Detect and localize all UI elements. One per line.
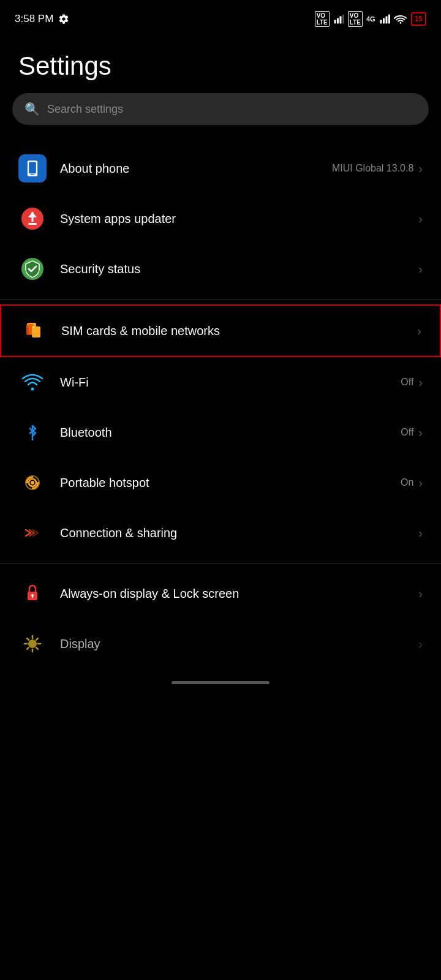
status-left: 3:58 PM — [15, 13, 69, 25]
system-apps-chevron: › — [418, 212, 423, 226]
svg-rect-6 — [385, 17, 387, 24]
settings-item-sim-cards[interactable]: SIM cards & mobile networks › — [0, 304, 441, 357]
divider-1 — [0, 299, 441, 300]
hotspot-item-icon — [18, 469, 47, 497]
divider-2 — [0, 563, 441, 564]
svg-rect-1 — [337, 18, 339, 24]
bluetooth-status: Off — [401, 427, 413, 438]
svg-rect-7 — [388, 15, 390, 24]
bluetooth-right: Off › — [401, 426, 423, 440]
connection-chevron: › — [418, 526, 423, 540]
svg-rect-2 — [339, 17, 341, 24]
hotspot-status: On — [401, 477, 413, 488]
signal1-icon — [333, 14, 344, 24]
sim-cards-icon — [20, 317, 48, 345]
svg-point-27 — [31, 481, 34, 484]
wifi-chevron: › — [418, 375, 423, 390]
always-on-content: Always-on display & Lock screen — [60, 586, 416, 601]
volte-indicator: VOLTE — [315, 11, 330, 27]
display-right: › — [416, 637, 423, 651]
svg-rect-5 — [383, 18, 385, 24]
settings-item-bluetooth[interactable]: Bluetooth Off › — [0, 407, 441, 458]
svg-rect-21 — [32, 326, 40, 337]
connection-content: Connection & sharing — [60, 526, 416, 540]
search-bar[interactable]: 🔍 Search settings — [12, 93, 429, 125]
bluetooth-chevron: › — [418, 426, 423, 440]
about-phone-version: MIUI Global 13.0.8 — [332, 163, 413, 174]
settings-item-system-apps[interactable]: System apps updater › — [0, 194, 441, 244]
4g-indicator: 4G — [366, 15, 375, 23]
page-title: Settings — [0, 33, 441, 93]
settings-item-about-phone[interactable]: About phone MIUI Global 13.0.8 › — [0, 143, 441, 194]
display-chevron: › — [418, 637, 423, 651]
battery-indicator: 15 — [411, 12, 426, 26]
security-status-right: › — [416, 262, 423, 276]
settings-item-security-status[interactable]: Security status › — [0, 244, 441, 294]
svg-line-39 — [36, 647, 38, 649]
svg-point-33 — [28, 639, 37, 648]
status-right: VOLTE VOLTE 4G 15 — [315, 11, 426, 27]
lock-item-icon — [18, 579, 47, 608]
bluetooth-label: Bluetooth — [60, 426, 401, 440]
system-apps-content: System apps updater — [60, 212, 416, 226]
always-on-right: › — [416, 587, 423, 601]
security-status-content: Security status — [60, 262, 416, 276]
sim-cards-content: SIM cards & mobile networks — [61, 324, 415, 338]
hotspot-chevron: › — [418, 476, 423, 490]
svg-rect-22 — [32, 326, 34, 328]
wifi-label: Wi-Fi — [60, 375, 401, 390]
volte2-indicator: VOLTE — [348, 11, 363, 27]
settings-item-display[interactable]: Display › — [0, 619, 441, 669]
system-apps-label: System apps updater — [60, 212, 416, 226]
status-bar: 3:58 PM VOLTE VOLTE 4G 15 — [0, 0, 441, 33]
svg-rect-32 — [32, 595, 33, 598]
settings-item-connection[interactable]: Connection & sharing › — [0, 508, 441, 558]
wifi-status: Off — [401, 377, 413, 388]
time-display: 3:58 PM — [15, 13, 53, 25]
display-label: Display — [60, 637, 416, 651]
hotspot-content: Portable hotspot — [60, 476, 401, 490]
about-phone-chevron: › — [418, 162, 423, 176]
svg-line-41 — [27, 647, 29, 649]
security-status-chevron: › — [418, 262, 423, 276]
home-indicator — [172, 681, 270, 684]
system-apps-icon — [18, 205, 47, 233]
wifi-right: Off › — [401, 375, 423, 390]
display-content: Display — [60, 637, 416, 651]
always-on-chevron: › — [418, 587, 423, 601]
search-icon: 🔍 — [24, 102, 40, 116]
about-phone-right: MIUI Global 13.0.8 › — [332, 162, 423, 176]
bluetooth-content: Bluetooth — [60, 426, 401, 440]
settings-item-wifi[interactable]: Wi-Fi Off › — [0, 357, 441, 407]
svg-rect-20 — [27, 323, 29, 325]
bottom-nav — [0, 669, 441, 696]
display-item-icon — [18, 630, 47, 658]
security-status-label: Security status — [60, 262, 416, 276]
svg-rect-9 — [29, 162, 36, 174]
wifi-content: Wi-Fi — [60, 375, 401, 390]
connection-item-icon — [18, 519, 47, 547]
battery-level: 15 — [415, 15, 423, 23]
settings-item-hotspot[interactable]: Portable hotspot On › — [0, 458, 441, 508]
wifi-item-icon — [18, 368, 47, 396]
svg-point-23 — [31, 388, 34, 391]
settings-gear-icon — [58, 13, 69, 24]
svg-rect-10 — [31, 174, 35, 175]
about-phone-label: About phone — [60, 162, 332, 176]
bluetooth-item-icon — [18, 418, 47, 447]
svg-rect-0 — [334, 20, 336, 24]
svg-line-38 — [27, 638, 29, 640]
hotspot-right: On › — [401, 476, 423, 490]
svg-line-40 — [36, 638, 38, 640]
sim-cards-right: › — [415, 324, 421, 338]
always-on-label: Always-on display & Lock screen — [60, 586, 416, 601]
system-apps-right: › — [416, 212, 423, 226]
about-phone-content: About phone — [60, 162, 332, 176]
svg-rect-14 — [28, 223, 37, 225]
svg-rect-3 — [342, 15, 344, 24]
about-phone-icon — [18, 154, 47, 183]
sim-cards-label: SIM cards & mobile networks — [61, 324, 415, 338]
svg-rect-4 — [380, 20, 382, 24]
signal2-icon — [379, 14, 390, 24]
settings-item-always-on[interactable]: Always-on display & Lock screen › — [0, 568, 441, 619]
